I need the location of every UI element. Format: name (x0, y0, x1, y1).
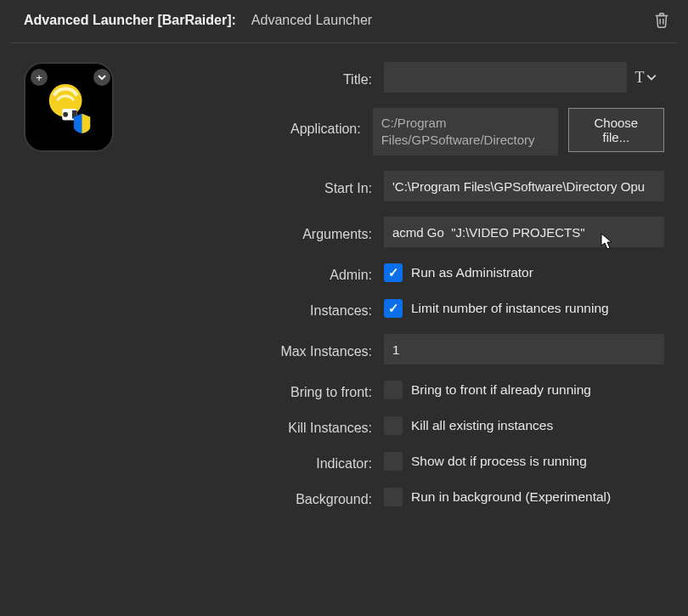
delete-icon[interactable] (652, 10, 671, 31)
app-icon (42, 81, 95, 133)
bring-to-front-checkbox[interactable] (384, 381, 403, 399)
label-instances: Instances: (138, 298, 384, 319)
background-label: Run in background (Experimental) (411, 489, 611, 505)
kill-instances-checkbox[interactable] (384, 416, 403, 435)
label-bring-to-front: Bring to front: (138, 380, 384, 400)
label-application: Application: (138, 108, 373, 137)
label-kill-instances: Kill Instances: (138, 415, 384, 436)
header: Advanced Launcher [BarRaider]: Advanced … (0, 0, 688, 37)
label-indicator: Indicator: (138, 451, 384, 472)
label-background: Background: (138, 487, 384, 507)
label-admin: Admin: (138, 263, 384, 283)
settings-form: Title: T Application: C:/Program Files/G… (138, 62, 688, 523)
action-name: Advanced Launcher (251, 13, 372, 28)
background-checkbox[interactable] (384, 488, 403, 506)
instances-checkbox[interactable] (384, 299, 403, 318)
title-input[interactable] (384, 62, 627, 93)
admin-checkbox[interactable] (384, 263, 403, 282)
kill-instances-label: Kill all existing instances (411, 418, 553, 433)
choose-file-button[interactable]: Choose file... (568, 108, 664, 152)
indicator-checkbox[interactable] (384, 452, 403, 471)
title-style-dropdown[interactable]: T (627, 62, 664, 93)
plugin-name: Advanced Launcher [BarRaider]: (24, 13, 236, 28)
layer-menu-icon[interactable] (93, 69, 110, 86)
svg-point-2 (63, 112, 68, 117)
key-icon-preview[interactable]: + (24, 62, 114, 152)
bring-to-front-label: Bring to front if already running (411, 382, 591, 398)
admin-checkbox-label: Run as Administrator (411, 265, 533, 280)
label-arguments: Arguments: (138, 222, 384, 242)
max-instances-input[interactable] (384, 334, 664, 365)
instances-checkbox-label: Limit number of instances running (411, 301, 609, 316)
indicator-label: Show dot if process is running (411, 454, 587, 469)
label-max-instances: Max Instances: (138, 339, 384, 359)
arguments-input[interactable] (384, 217, 664, 247)
label-start-in: Start In: (138, 176, 384, 196)
start-in-input[interactable] (384, 171, 664, 201)
label-title: Title: (138, 67, 384, 88)
application-path-display: C:/Program Files/GPSoftware/Directory (373, 108, 558, 155)
